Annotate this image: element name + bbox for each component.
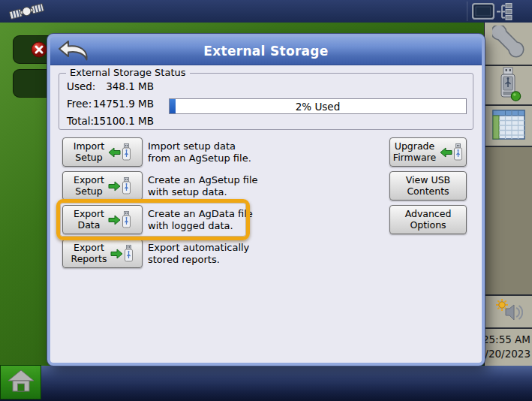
brightness-volume-icon [494, 298, 523, 325]
data-table-icon [492, 110, 525, 143]
storage-progress-bar: 2% Used [169, 98, 467, 114]
red-x-circle-icon [31, 41, 47, 58]
storage-status-legend: External Storage Status [66, 67, 190, 78]
sidebar-tab-settings[interactable] [485, 23, 532, 66]
dialog-title: External Storage [203, 44, 328, 59]
sidebar: 3:25:55 AM 07/20/2023 [484, 23, 532, 366]
sidebar-tab-data-table[interactable] [485, 106, 532, 147]
upgrade-firmware-button[interactable]: Upgrade Firmware [389, 137, 467, 167]
date-text: 07/20/2023 [485, 347, 530, 361]
usb-import-icon [108, 143, 131, 161]
display-icon [472, 3, 494, 23]
terminal-screen: Jo [0, 0, 532, 401]
export-setup-button[interactable]: Export Setup [62, 171, 143, 200]
export-reports-button[interactable]: Export Reports [62, 239, 143, 268]
storage-progress-label: 2% Used [170, 101, 466, 113]
usb-import-icon [440, 143, 463, 161]
import-setup-button[interactable]: Import Setup [62, 137, 143, 167]
external-storage-dialog: External Storage External Storage Status… [47, 34, 485, 366]
back-arrow-icon [57, 53, 92, 65]
usb-drive-icon [496, 67, 521, 104]
export-data-desc: Create an AgData file with logged data. [148, 205, 305, 234]
free-value: 14751.9 MB [88, 98, 154, 110]
usb-export-icon [110, 245, 134, 262]
bottom-bar [0, 366, 532, 401]
satellite-icon [9, 1, 45, 25]
total-value: 15100.1 MB [88, 115, 154, 127]
top-status-bar [0, 0, 532, 23]
clock-display: 3:25:55 AM 07/20/2023 [485, 329, 532, 366]
export-reports-desc: Export automatically stored reports. [148, 239, 305, 268]
brightness-volume-button[interactable] [485, 294, 532, 329]
device-hub-icon [497, 3, 512, 23]
usb-export-icon [108, 211, 131, 228]
import-setup-desc: Import setup data from an AgSetup file. [148, 137, 305, 167]
storage-status-group: External Storage Status Used: 348.1 MB F… [59, 73, 473, 130]
home-icon [7, 368, 35, 396]
used-value: 348.1 MB [88, 80, 154, 92]
dialog-body: External Storage Status Used: 348.1 MB F… [50, 65, 482, 363]
view-usb-contents-button[interactable]: View USB Contents [389, 171, 467, 200]
sidebar-tab-external-storage[interactable] [485, 66, 532, 106]
wrench-icon [492, 26, 525, 62]
export-setup-desc: Create an AgSetup file with setup data. [148, 171, 305, 200]
time-text: 3:25:55 AM [485, 333, 530, 347]
top-bar-divider [467, 2, 467, 21]
export-data-button[interactable]: Export Data [62, 205, 143, 234]
home-button[interactable] [0, 365, 41, 399]
back-button[interactable] [56, 39, 92, 64]
usb-export-icon [108, 177, 131, 194]
advanced-options-button[interactable]: Advanced Options [389, 205, 467, 234]
dialog-title-bar: External Storage [50, 37, 482, 65]
